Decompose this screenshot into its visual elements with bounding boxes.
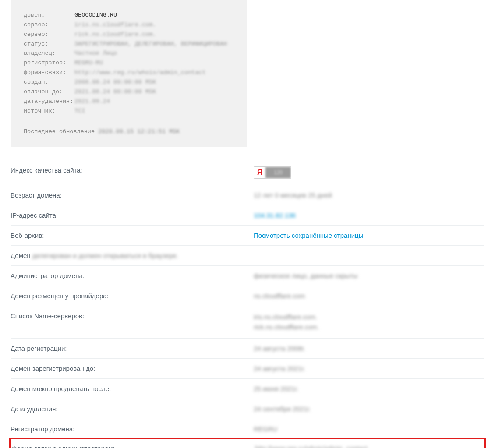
- whois-line: статус:ЗАРЕГИСТРИРОВАН, ДЕЛЕГИРОВАН, ВЕР…: [24, 39, 234, 49]
- whois-line: сервер:rick.ns.cloudflare.com.: [24, 30, 234, 39]
- nameservers-value: iris.ns.cloudflare.com. rick.ns.cloudfla…: [254, 312, 484, 332]
- whois-value: 2021.09.24: [74, 98, 110, 105]
- row-domain-age: Возраст домена: 12 лет 0 месяцев 25 дней: [11, 185, 484, 205]
- whois-value: GEOCODING.RU: [74, 12, 117, 18]
- row-domain-status: Домен делегирован и должен открываться в…: [11, 246, 484, 266]
- domain-status-text: делегирован и должен открываться в брауз…: [32, 252, 178, 259]
- whois-key: статус:: [24, 39, 74, 49]
- whois-key: дата-удаления:: [24, 97, 74, 106]
- webarchive-link[interactable]: Посмотреть сохранённые страницы: [254, 232, 484, 239]
- domain-info-table: Индекс качества сайта: Я 120 Возраст дом…: [11, 160, 484, 448]
- whois-last-update-label: Последнее обновление: [24, 128, 95, 135]
- nameservers-label: Список Name-серверов:: [11, 312, 254, 320]
- whois-value: ЗАРЕГИСТРИРОВАН, ДЕЛЕГИРОВАН, ВЕРИФИЦИРО…: [74, 41, 227, 47]
- reg-until-value: 24 августа 2021г.: [254, 365, 484, 372]
- renew-after-label: Домен можно продлевать после:: [11, 385, 254, 392]
- whois-value: 2021.08.24 00:00:00 MSK: [74, 88, 156, 95]
- whois-value: rick.ns.cloudflare.com.: [74, 31, 156, 38]
- whois-raw-block: домен:GEOCODING.RUсервер:iris.ns.cloudfl…: [11, 0, 247, 147]
- whois-last-update-value: 2020.09.15 12:21:51 MSK: [98, 128, 180, 135]
- whois-value: TCI: [74, 108, 85, 114]
- whois-key: оплачен-до:: [24, 87, 74, 97]
- whois-value: iris.ns.cloudflare.com.: [74, 21, 156, 28]
- whois-line: форма-связи:http://www.reg.ru/whois/admi…: [24, 68, 234, 78]
- provider-value: ns.cloudflare.com: [254, 292, 484, 300]
- ip-address-value[interactable]: 104.31.82.136: [254, 212, 484, 219]
- row-provider: Домен размещен у провайдера: ns.cloudfla…: [11, 286, 484, 306]
- row-renew-after: Домен можно продлевать после: 25 июня 20…: [11, 379, 484, 399]
- quality-index-label: Индекс качества сайта:: [11, 166, 254, 174]
- yandex-badge-value: 120: [265, 167, 291, 178]
- whois-key: источник:: [24, 106, 74, 116]
- domain-age-value: 12 лет 0 месяцев 25 дней: [254, 191, 484, 199]
- renew-after-value: 25 июня 2021г.: [254, 385, 484, 392]
- whois-key: форма-связи:: [24, 68, 74, 78]
- whois-line: дата-удаления:2021.09.24: [24, 97, 234, 106]
- webarchive-label: Веб-архив:: [11, 232, 254, 239]
- reg-date-value: 24 августа 2008г.: [254, 345, 484, 352]
- whois-line: создан:2008.08.24 00:00:00 MSK: [24, 78, 234, 87]
- admin-label: Администратор домена:: [11, 272, 254, 279]
- whois-key: сервер:: [24, 20, 74, 30]
- yandex-icon: Я: [254, 167, 265, 178]
- row-delete-date: Дата удаления: 24 сентября 2021г.: [11, 399, 484, 419]
- contact-form-value: http://www.reg.ru/whois/admin_contact: [255, 444, 483, 448]
- row-ip-address: IP-адрес сайта: 104.31.82.136: [11, 205, 484, 226]
- domain-status-prefix: Домен: [11, 252, 31, 259]
- whois-key: сервер:: [24, 30, 74, 39]
- registrar-label: Регистратор домена:: [11, 425, 254, 433]
- row-webarchive: Веб-архив: Посмотреть сохранённые страни…: [11, 226, 484, 246]
- whois-line: владелец:Частное Лицо: [24, 49, 234, 58]
- nameserver-2: rick.ns.cloudflare.com.: [254, 322, 484, 332]
- row-nameservers: Список Name-серверов: iris.ns.cloudflare…: [11, 306, 484, 339]
- yandex-badge: Я 120: [254, 166, 291, 179]
- provider-label: Домен размещен у провайдера:: [11, 292, 254, 300]
- whois-value: Частное Лицо: [74, 50, 117, 56]
- registrar-value: REGRU: [254, 425, 484, 433]
- whois-line: сервер:iris.ns.cloudflare.com.: [24, 20, 234, 30]
- whois-value: http://www.reg.ru/whois/admin_contact: [74, 69, 206, 76]
- whois-value: 2008.08.24 00:00:00 MSK: [74, 79, 156, 85]
- whois-key: домен:: [24, 11, 74, 20]
- row-contact-form: Форма связи с администратором: http://ww…: [9, 438, 486, 448]
- whois-line: регистратор:REGRU-RU: [24, 58, 234, 68]
- row-admin: Администратор домена: физическое лицо, д…: [11, 266, 484, 286]
- reg-date-label: Дата регистрации:: [11, 345, 254, 352]
- delete-date-value: 24 сентября 2021г.: [254, 405, 484, 413]
- whois-key: владелец:: [24, 49, 74, 58]
- contact-form-label: Форма связи с администратором:: [12, 444, 255, 448]
- whois-line: источник:TCI: [24, 106, 234, 116]
- quality-index-value: Я 120: [254, 166, 484, 179]
- delete-date-label: Дата удаления:: [11, 405, 254, 413]
- whois-line: оплачен-до:2021.08.24 00:00:00 MSK: [24, 87, 234, 97]
- whois-last-update: Последнее обновление 2020.09.15 12:21:51…: [24, 127, 234, 137]
- row-quality-index: Индекс качества сайта: Я 120: [11, 160, 484, 185]
- nameserver-1: iris.ns.cloudflare.com.: [254, 312, 484, 322]
- domain-age-label: Возраст домена:: [11, 191, 254, 199]
- ip-address-label: IP-адрес сайта:: [11, 212, 254, 219]
- row-reg-until: Домен зарегистрирован до: 24 августа 202…: [11, 359, 484, 379]
- whois-line: домен:GEOCODING.RU: [24, 11, 234, 20]
- reg-until-label: Домен зарегистрирован до:: [11, 365, 254, 372]
- whois-key: создан:: [24, 78, 74, 87]
- whois-key: регистратор:: [24, 58, 74, 68]
- admin-value: физическое лицо, данные скрыты: [254, 272, 484, 279]
- whois-value: REGRU-RU: [74, 60, 103, 66]
- row-reg-date: Дата регистрации: 24 августа 2008г.: [11, 339, 484, 359]
- row-registrar: Регистратор домена: REGRU: [11, 419, 484, 439]
